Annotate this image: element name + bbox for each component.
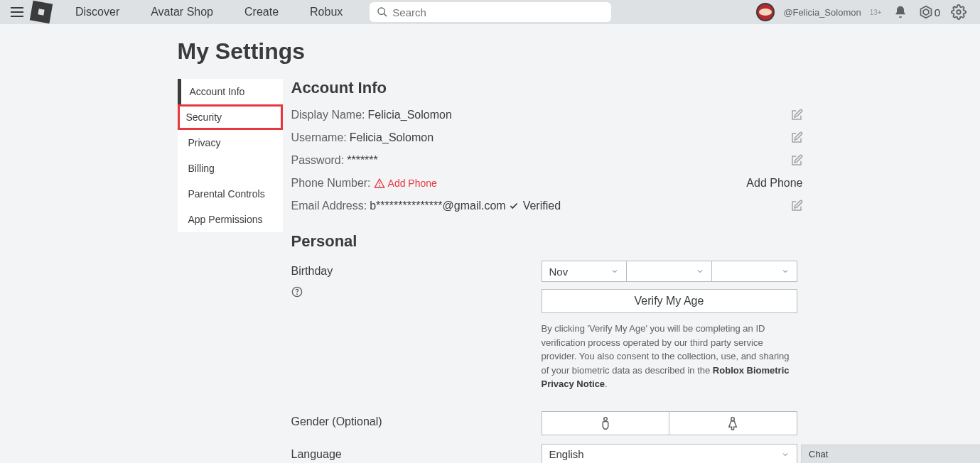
age-badge: 13+ [870, 9, 882, 16]
display-name-row: Display Name: Felicia_Solomon [291, 107, 803, 123]
menu-icon[interactable] [9, 4, 26, 21]
phone-row: Phone Number: Add Phone Add Phone [291, 175, 803, 191]
birthday-help-icon[interactable] [291, 286, 542, 298]
sidebar-item-parental-controls[interactable]: Parental Controls [178, 181, 283, 207]
birthday-label: Birthday [291, 265, 542, 278]
email-value: b***************@gmail.com [370, 200, 505, 212]
password-value: ******* [347, 154, 378, 167]
check-icon [509, 201, 519, 211]
birthday-month-select[interactable]: Nov [542, 261, 627, 282]
chevron-down-icon [781, 450, 790, 459]
search-input[interactable] [392, 6, 604, 18]
chevron-down-icon [610, 267, 619, 276]
page-title: My Settings [178, 38, 803, 65]
gender-female-button[interactable] [669, 411, 797, 435]
svg-point-4 [957, 10, 961, 14]
username-field-label: Username: [291, 131, 347, 144]
username-row: Username: Felicia_Solomon [291, 130, 803, 146]
chevron-down-icon [781, 267, 790, 276]
password-row: Password: ******* [291, 153, 803, 168]
edit-username-icon[interactable] [790, 131, 803, 144]
birthday-year-select[interactable] [712, 261, 797, 282]
notifications-icon[interactable] [892, 4, 909, 21]
edit-display-name-icon[interactable] [790, 109, 803, 121]
robux-balance[interactable]: 0 [919, 5, 940, 19]
svg-point-6 [379, 185, 379, 186]
svg-point-0 [378, 8, 384, 14]
nav-discover[interactable]: Discover [63, 6, 132, 18]
account-info-heading: Account Info [291, 79, 803, 97]
main-content: Account Info Display Name: Felicia_Solom… [283, 79, 803, 463]
display-name-value: Felicia_Solomon [368, 109, 452, 121]
phone-label: Phone Number: [291, 177, 371, 190]
search-bar[interactable] [370, 2, 611, 22]
email-label: Email Address: [291, 200, 367, 212]
sidebar-item-account-info[interactable]: Account Info [178, 79, 283, 104]
add-phone-inline[interactable]: Add Phone [374, 178, 437, 189]
email-verified-label: Verified [523, 200, 561, 212]
verify-age-disclaimer: By clicking 'Verify My Age' you will be … [542, 322, 797, 391]
avatar[interactable] [756, 3, 775, 21]
email-row: Email Address: b***************@gmail.co… [291, 198, 803, 214]
language-select[interactable]: English [542, 444, 797, 464]
search-icon [377, 6, 388, 18]
gender-label: Gender (Optional) [291, 411, 542, 428]
password-label: Password: [291, 154, 345, 167]
username-label[interactable]: @Felicia_Solomon [783, 7, 861, 18]
female-icon [726, 415, 739, 431]
sidebar-item-privacy[interactable]: Privacy [178, 130, 283, 156]
language-label: Language [291, 444, 542, 461]
svg-point-9 [604, 417, 608, 420]
robux-amount: 0 [935, 6, 940, 18]
top-nav: Discover Avatar Shop Create Robux @Felic… [0, 0, 980, 24]
svg-point-10 [731, 417, 735, 420]
svg-marker-3 [923, 9, 929, 15]
svg-line-1 [384, 13, 387, 16]
add-phone-button[interactable]: Add Phone [746, 177, 802, 190]
chevron-down-icon [696, 267, 704, 276]
gender-male-button[interactable] [542, 411, 670, 435]
verify-age-button[interactable]: Verify My Age [542, 289, 797, 313]
nav-create[interactable]: Create [232, 6, 291, 18]
display-name-label: Display Name: [291, 109, 365, 121]
username-value: Felicia_Solomon [350, 131, 434, 144]
sidebar-item-security[interactable]: Security [178, 104, 283, 130]
birthday-day-select[interactable] [627, 261, 712, 282]
robux-icon [919, 5, 933, 19]
svg-point-8 [296, 294, 297, 295]
nav-robux[interactable]: Robux [297, 6, 355, 18]
svg-marker-2 [920, 6, 931, 18]
settings-sidebar: Account Info Security Privacy Billing Pa… [178, 79, 283, 232]
settings-icon[interactable] [950, 4, 967, 21]
sidebar-item-app-permissions[interactable]: App Permissions [178, 207, 283, 232]
edit-password-icon[interactable] [790, 154, 803, 167]
male-icon [599, 415, 612, 431]
edit-email-icon[interactable] [790, 200, 803, 212]
nav-avatar-shop[interactable]: Avatar Shop [138, 6, 226, 18]
sidebar-item-billing[interactable]: Billing [178, 156, 283, 181]
chat-bar[interactable]: Chat [801, 445, 980, 463]
warning-icon [374, 178, 385, 189]
roblox-logo[interactable] [30, 1, 53, 23]
personal-heading: Personal [291, 232, 803, 251]
